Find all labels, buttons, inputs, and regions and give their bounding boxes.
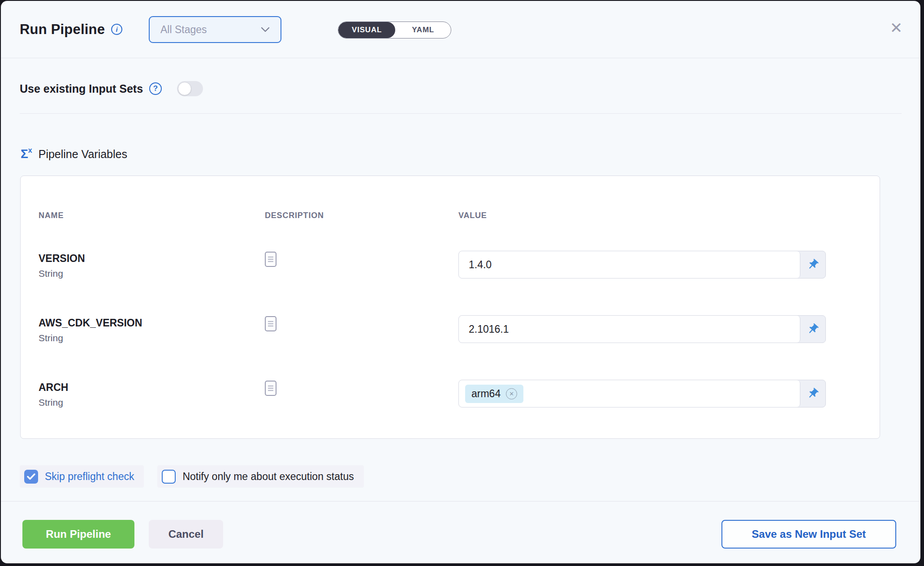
- variables-sigma-icon: Σx: [21, 148, 32, 160]
- variable-name: ARCH: [39, 380, 265, 394]
- value-input-group: [458, 251, 826, 279]
- run-pipeline-button[interactable]: Run Pipeline: [22, 520, 134, 549]
- divider: [20, 113, 902, 114]
- pin-icon[interactable]: [800, 380, 825, 407]
- variable-name-cell: AWS_CDK_VERSIONString: [39, 315, 265, 343]
- info-icon[interactable]: i: [111, 24, 122, 35]
- pipeline-variables-card: NAME DESCRIPTION VALUE VERSIONStringAWS_…: [20, 176, 880, 439]
- variable-value-input[interactable]: [459, 251, 800, 278]
- variable-name-cell: ARCHString: [39, 380, 265, 408]
- description-icon[interactable]: [265, 315, 458, 333]
- skip-preflight-checkbox[interactable]: Skip preflight check: [20, 465, 144, 488]
- variable-type: String: [39, 397, 265, 408]
- input-sets-toggle[interactable]: [177, 81, 203, 96]
- modal-header: Run Pipeline i All Stages VISUAL YAML ✕: [1, 1, 920, 58]
- value-input-group: [458, 315, 826, 343]
- value-input-group: arm64✕: [458, 380, 826, 407]
- variable-type: String: [39, 268, 265, 279]
- stage-selector-value: All Stages: [160, 24, 207, 36]
- variable-name: VERSION: [39, 251, 265, 265]
- chevron-down-icon: [261, 27, 270, 32]
- notify-me-checkbox[interactable]: Notify only me about execution status: [157, 465, 363, 488]
- description-icon[interactable]: [265, 251, 458, 269]
- tab-yaml[interactable]: YAML: [395, 22, 451, 38]
- value-tag: arm64✕: [465, 385, 523, 403]
- tab-visual[interactable]: VISUAL: [338, 22, 395, 38]
- column-header-value: VALUE: [458, 211, 862, 220]
- pin-icon[interactable]: [800, 251, 825, 278]
- use-existing-input-sets-label: Use existing Input Sets: [20, 82, 143, 95]
- variable-type: String: [39, 333, 265, 343]
- variable-name-cell: VERSIONString: [39, 251, 265, 279]
- variable-value-cell: arm64✕: [458, 380, 862, 407]
- checkbox-icon[interactable]: [24, 470, 38, 484]
- value-input-field[interactable]: [459, 251, 800, 278]
- description-icon[interactable]: [265, 380, 458, 398]
- execution-options-row: Skip preflight check Notify only me abou…: [20, 465, 364, 488]
- close-icon[interactable]: ✕: [885, 17, 907, 39]
- column-header-name: NAME: [39, 211, 265, 220]
- variable-value-cell: [458, 315, 862, 343]
- skip-preflight-label: Skip preflight check: [45, 471, 134, 483]
- variable-value-input[interactable]: [459, 316, 800, 343]
- column-header-description: DESCRIPTION: [265, 211, 458, 220]
- toggle-knob: [178, 82, 191, 95]
- save-as-new-input-set-button[interactable]: Save as New Input Set: [721, 520, 896, 549]
- help-icon[interactable]: ?: [149, 82, 162, 95]
- variable-name: AWS_CDK_VERSION: [39, 315, 265, 329]
- pipeline-variables-section-header: Σx Pipeline Variables: [21, 148, 127, 161]
- cancel-button[interactable]: Cancel: [149, 520, 223, 549]
- value-input-field[interactable]: [459, 316, 800, 343]
- page-title: Run Pipeline: [20, 21, 105, 38]
- variable-row: ARCHStringarm64✕: [39, 380, 862, 444]
- view-mode-toggle: VISUAL YAML: [338, 21, 451, 39]
- tag-remove-icon[interactable]: ✕: [506, 388, 517, 399]
- stage-selector-dropdown[interactable]: All Stages: [149, 16, 281, 43]
- value-tag-text: arm64: [471, 388, 501, 400]
- use-existing-input-sets-row: Use existing Input Sets ?: [20, 77, 203, 100]
- variable-row: VERSIONString: [39, 251, 862, 315]
- pipeline-variables-title: Pipeline Variables: [39, 148, 127, 161]
- divider: [1, 501, 920, 502]
- variables-table-header: NAME DESCRIPTION VALUE: [39, 176, 862, 220]
- run-pipeline-modal: Run Pipeline i All Stages VISUAL YAML ✕ …: [1, 1, 920, 563]
- notify-me-label: Notify only me about execution status: [182, 471, 354, 483]
- variable-value-cell: [458, 251, 862, 279]
- pin-icon[interactable]: [800, 316, 825, 343]
- checkbox-icon[interactable]: [162, 470, 176, 484]
- variables-table-body: VERSIONStringAWS_CDK_VERSIONStringARCHSt…: [39, 251, 862, 444]
- value-input-field[interactable]: arm64✕: [459, 380, 800, 407]
- variable-row: AWS_CDK_VERSIONString: [39, 315, 862, 380]
